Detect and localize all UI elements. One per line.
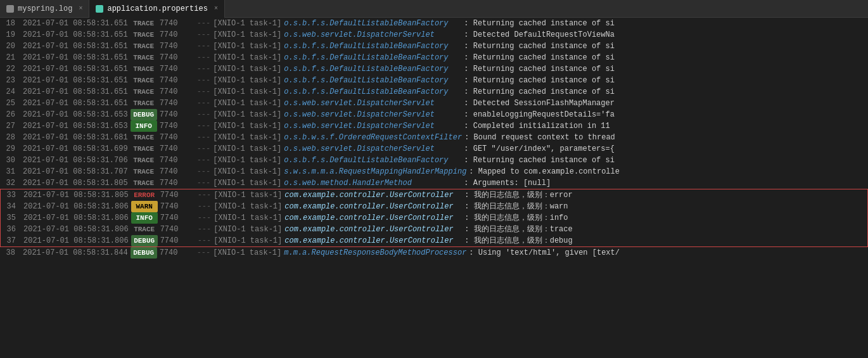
log-datetime: 2021-07-01 08:58:31.681 [23, 132, 128, 143]
log-level-badge: WARN [131, 201, 158, 212]
log-level-badge: TRACE [131, 155, 157, 166]
log-message: : Arguments: [null] [464, 177, 551, 189]
log-message: : Completed initialization in 11 [464, 120, 610, 132]
log-sep: --- [198, 224, 212, 235]
log-message: : Returning cached instance of si [464, 18, 615, 29]
log-logger: o.s.b.f.s.DefaultListableBeanFactory [284, 155, 461, 166]
log-level-badge: TRACE [131, 98, 157, 109]
log-message: : Returning cached instance of si [464, 155, 615, 166]
log-datetime: 2021-07-01 08:58:31.651 [23, 18, 128, 29]
log-sep: --- [198, 212, 212, 224]
line-number: 37 [1, 235, 21, 246]
log-logger: m.m.a.RequestResponseBodyMethodProcessor [284, 247, 466, 259]
table-row: 382021-07-01 08:58:31.844 DEBUG 7740 ---… [0, 247, 868, 259]
log-logger: o.s.web.servlet.DispatcherServlet [284, 109, 461, 120]
log-line-content: 2021-07-01 08:58:31.651 TRACE 7740 --- [… [20, 63, 868, 75]
log-sep: --- [197, 98, 211, 109]
tab-close-myspring[interactable]: × [79, 5, 82, 12]
log-xnio: [XNIO-1 task-1] [213, 18, 281, 29]
log-xnio: [XNIO-1 task-1] [214, 212, 282, 224]
table-row: 342021-07-01 08:58:31.806 WARN 7740 --- … [1, 201, 867, 212]
log-logger: o.s.b.f.s.DefaultListableBeanFactory [284, 52, 461, 63]
log-datetime: 2021-07-01 08:58:31.651 [23, 29, 128, 41]
line-number: 23 [0, 75, 20, 86]
line-number: 19 [0, 29, 20, 41]
table-row: 222021-07-01 08:58:31.651 TRACE 7740 ---… [0, 63, 868, 75]
log-datetime: 2021-07-01 08:58:31.805 [23, 189, 129, 201]
table-row: 362021-07-01 08:58:31.806 TRACE 7740 ---… [1, 224, 867, 235]
tab-label-myspring: myspring.log [18, 4, 72, 13]
table-row: 372021-07-01 08:58:31.806 DEBUG 7740 ---… [1, 235, 867, 246]
line-number: 29 [0, 143, 20, 155]
log-datetime: 2021-07-01 08:58:31.651 [23, 52, 128, 63]
table-row: 262021-07-01 08:58:31.653 DEBUG 7740 ---… [0, 109, 868, 120]
log-message: : 我的日志信息，级别：trace [464, 224, 572, 235]
log-line-content: 2021-07-01 08:58:31.653 INFO 7740 --- [X… [20, 120, 868, 132]
log-thread: 7740 [160, 143, 195, 155]
line-number: 21 [0, 52, 20, 63]
log-datetime: 2021-07-01 08:58:31.844 [23, 247, 128, 259]
log-line-content: 2021-07-01 08:58:31.651 TRACE 7740 --- [… [20, 52, 868, 63]
line-number: 31 [0, 166, 20, 177]
log-xnio: [XNIO-1 task-1] [213, 109, 281, 120]
line-number: 36 [1, 224, 21, 235]
log-level-badge: TRACE [131, 224, 158, 235]
log-datetime: 2021-07-01 08:58:31.653 [23, 120, 128, 132]
log-sep: --- [197, 120, 211, 132]
log-sep: --- [197, 41, 211, 52]
log-message: : Detected SessionFlashMapManager [464, 98, 615, 109]
log-logger: com.example.controller.UserController [284, 235, 462, 246]
tab-close-appprops[interactable]: × [214, 5, 218, 12]
props-file-icon [96, 5, 103, 13]
table-row: 242021-07-01 08:58:31.651 TRACE 7740 ---… [0, 86, 868, 98]
log-logger: o.s.b.w.s.f.OrderedRequestContextFilter [284, 132, 462, 143]
log-sep: --- [198, 201, 212, 212]
log-sep: --- [198, 189, 212, 201]
table-row: 192021-07-01 08:58:31.651 TRACE 7740 ---… [0, 29, 868, 41]
log-sep: --- [197, 52, 211, 63]
log-xnio: [XNIO-1 task-1] [214, 201, 282, 212]
log-message: : Returning cached instance of si [464, 75, 615, 86]
line-number: 20 [0, 41, 20, 52]
log-thread: 7740 [160, 41, 195, 52]
log-logger: o.s.web.servlet.DispatcherServlet [284, 98, 461, 109]
log-line-content: 2021-07-01 08:58:31.651 TRACE 7740 --- [… [20, 29, 868, 41]
log-sep: --- [197, 75, 211, 86]
log-thread: 7740 [160, 29, 195, 41]
log-thread: 7740 [160, 201, 195, 212]
log-sep: --- [197, 29, 211, 41]
tab-myspring-log[interactable]: myspring.log × [0, 0, 89, 18]
table-row: 352021-07-01 08:58:31.806 INFO 7740 --- … [1, 212, 867, 224]
tab-label-appprops: application.properties [107, 4, 207, 13]
log-message: : Bound request context to thread [464, 132, 615, 143]
log-level-badge: TRACE [131, 52, 157, 63]
log-line-content: 2021-07-01 08:58:31.806 WARN 7740 --- [X… [21, 201, 867, 212]
log-logger: o.s.b.f.s.DefaultListableBeanFactory [284, 75, 461, 86]
line-number: 28 [0, 132, 20, 143]
log-level-badge: TRACE [131, 166, 157, 177]
table-row: 252021-07-01 08:58:31.651 TRACE 7740 ---… [0, 98, 868, 109]
log-datetime: 2021-07-01 08:58:31.706 [23, 155, 128, 166]
log-line-content: 2021-07-01 08:58:31.805 ERROR 7740 --- [… [21, 189, 867, 201]
log-thread: 7740 [160, 63, 195, 75]
log-sep: --- [197, 155, 211, 166]
line-number: 35 [1, 212, 21, 224]
table-row: 232021-07-01 08:58:31.651 TRACE 7740 ---… [0, 75, 868, 86]
log-level-badge: INFO [131, 212, 158, 224]
log-message: : Returning cached instance of si [464, 63, 615, 75]
table-row: 182021-07-01 08:58:31.651 TRACE 7740 ---… [0, 18, 868, 29]
log-level-badge: TRACE [131, 177, 157, 189]
line-number: 38 [0, 247, 20, 259]
table-row: 322021-07-01 08:58:31.805 TRACE 7740 ---… [0, 177, 868, 189]
log-logger: o.s.b.f.s.DefaultListableBeanFactory [284, 18, 461, 29]
log-line-content: 2021-07-01 08:58:31.706 TRACE 7740 --- [… [20, 155, 868, 166]
log-datetime: 2021-07-01 08:58:31.651 [23, 63, 128, 75]
log-line-content: 2021-07-01 08:58:31.651 TRACE 7740 --- [… [20, 18, 868, 29]
log-sep: --- [197, 109, 211, 120]
log-datetime: 2021-07-01 08:58:31.653 [23, 109, 128, 120]
line-number: 25 [0, 98, 20, 109]
tab-application-properties[interactable]: application.properties × [89, 0, 224, 18]
log-datetime: 2021-07-01 08:58:31.806 [23, 212, 129, 224]
log-message: : 我的日志信息，级别：warn [464, 201, 568, 212]
log-thread: 7740 [160, 98, 195, 109]
